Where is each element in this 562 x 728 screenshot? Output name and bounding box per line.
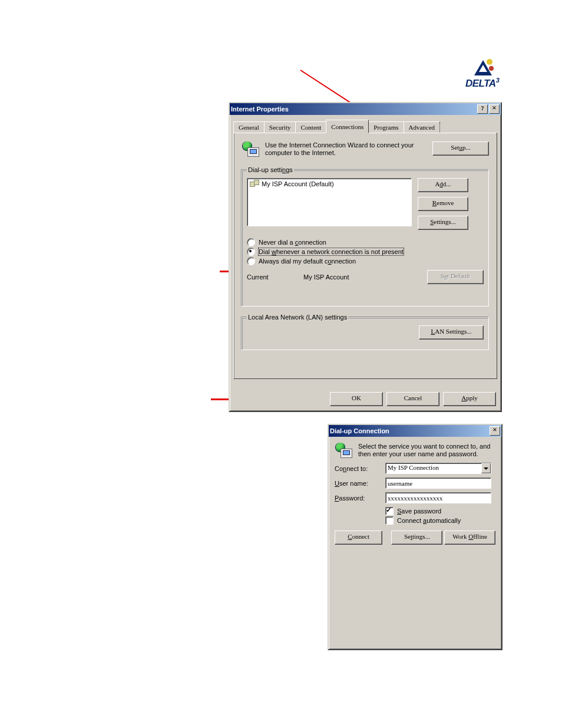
titlebar[interactable]: Internet Properties ? × (230, 103, 501, 115)
tab-connections[interactable]: Connections (326, 120, 369, 133)
tab-advanced[interactable]: Advanced (404, 121, 441, 133)
internet-properties-dialog: Internet Properties ? × General Security… (229, 102, 502, 412)
user-name-input[interactable] (385, 477, 491, 489)
apply-button[interactable]: Apply (443, 392, 496, 406)
cancel-button[interactable]: Cancel (386, 392, 439, 406)
tab-strip: General Security Content Connections Pro… (233, 120, 497, 133)
intro-text: Use the Internet Connection Wizard to co… (265, 141, 418, 157)
radio-always-dial[interactable]: Always dial my default connection (247, 257, 484, 265)
dialup-list-item[interactable]: My ISP Account (Default) (249, 180, 410, 188)
set-default-button: Set Default (427, 270, 484, 284)
dialog-title: Internet Properties (231, 106, 289, 113)
connect-to-value: My ISP Connection (385, 463, 491, 474)
tab-panel-connections: Use the Internet Connection Wizard to co… (233, 133, 497, 379)
dialup-legend: Dial-up settings (247, 166, 294, 173)
dialup-connection-dialog: Dial-up Connection × Select the service … (328, 424, 503, 650)
connect-button[interactable]: Connect (335, 531, 382, 545)
dialup-settings-group: Dial-up settings My ISP Account (Default… (242, 166, 489, 307)
setup-button[interactable]: Setup... (432, 141, 489, 156)
page-canvas: DELTA3 Internet Properties ? × General S… (0, 0, 562, 728)
work-offline-button[interactable]: Work Offline (444, 531, 495, 545)
connection-icon (250, 180, 259, 188)
current-label: Current (247, 274, 303, 281)
dialup-list[interactable]: My ISP Account (Default) (247, 178, 412, 226)
add-button[interactable]: Add... (418, 178, 468, 192)
tab-security[interactable]: Security (264, 121, 296, 133)
dialup-icon (335, 443, 352, 459)
help-button[interactable]: ? (477, 104, 488, 114)
tab-programs[interactable]: Programs (368, 121, 404, 133)
settings-button[interactable]: Settings... (391, 531, 442, 545)
delta3-logo: DELTA3 (465, 59, 501, 94)
tab-content[interactable]: Content (295, 121, 326, 133)
password-input[interactable] (385, 492, 491, 503)
dialup-entry-label: My ISP Account (Default) (262, 180, 334, 187)
internet-wizard-icon (242, 141, 259, 158)
lan-settings-button[interactable]: LAN Settings... (419, 325, 484, 340)
tab-general[interactable]: General (233, 121, 265, 133)
close-button[interactable]: × (490, 426, 500, 436)
password-label: Password: (335, 495, 385, 502)
settings-button[interactable]: Settings... (418, 216, 468, 230)
connect-to-label: Connect to: (335, 465, 385, 472)
connect-automatically-check[interactable]: Connect automatically (385, 516, 495, 525)
connect-to-combo[interactable]: My ISP Connection (385, 463, 491, 474)
radio-never-dial[interactable]: Never dial a connection (247, 238, 484, 246)
save-password-check[interactable]: Save password (385, 507, 495, 515)
logo-sup: 3 (496, 77, 500, 84)
dialog-title: Dial-up Connection (330, 427, 389, 434)
user-name-label: User name: (335, 480, 385, 487)
intro-text: Select the service you want to connect t… (358, 443, 495, 459)
lan-settings-group: Local Area Network (LAN) settings LAN Se… (242, 314, 489, 350)
radio-dial-whenever[interactable]: Dial whenever a network connection is no… (247, 248, 484, 256)
ok-button[interactable]: OK (330, 392, 383, 406)
logo-text: DELTA (465, 78, 496, 89)
remove-button[interactable]: Remove (418, 197, 468, 211)
close-button[interactable]: × (489, 104, 500, 114)
titlebar[interactable]: Dial-up Connection × (329, 425, 501, 437)
current-value: My ISP Account (303, 274, 349, 281)
lan-legend: Local Area Network (LAN) settings (247, 314, 348, 321)
chevron-down-icon[interactable] (481, 463, 491, 473)
